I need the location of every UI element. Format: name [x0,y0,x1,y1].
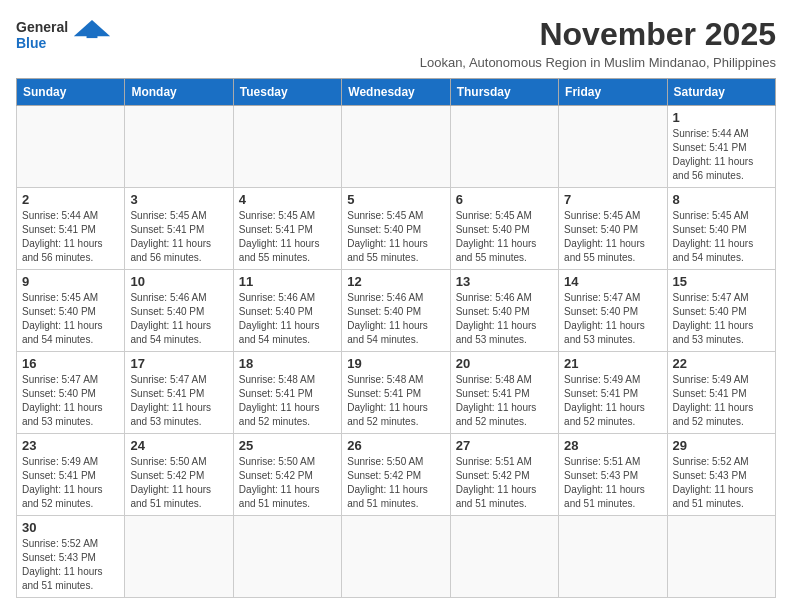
day-info: Sunrise: 5:45 AM Sunset: 5:41 PM Dayligh… [239,209,336,265]
calendar-cell: 11Sunrise: 5:46 AM Sunset: 5:40 PM Dayli… [233,270,341,352]
calendar-week-2: 2Sunrise: 5:44 AM Sunset: 5:41 PM Daylig… [17,188,776,270]
day-info: Sunrise: 5:48 AM Sunset: 5:41 PM Dayligh… [239,373,336,429]
day-number: 8 [673,192,770,207]
calendar-cell: 1Sunrise: 5:44 AM Sunset: 5:41 PM Daylig… [667,106,775,188]
day-number: 18 [239,356,336,371]
calendar-cell [667,516,775,598]
calendar-cell: 2Sunrise: 5:44 AM Sunset: 5:41 PM Daylig… [17,188,125,270]
day-info: Sunrise: 5:45 AM Sunset: 5:41 PM Dayligh… [130,209,227,265]
calendar-cell: 16Sunrise: 5:47 AM Sunset: 5:40 PM Dayli… [17,352,125,434]
calendar-cell: 26Sunrise: 5:50 AM Sunset: 5:42 PM Dayli… [342,434,450,516]
calendar-cell: 18Sunrise: 5:48 AM Sunset: 5:41 PM Dayli… [233,352,341,434]
day-info: Sunrise: 5:48 AM Sunset: 5:41 PM Dayligh… [456,373,553,429]
calendar-cell: 20Sunrise: 5:48 AM Sunset: 5:41 PM Dayli… [450,352,558,434]
calendar-week-6: 30Sunrise: 5:52 AM Sunset: 5:43 PM Dayli… [17,516,776,598]
weekday-header-thursday: Thursday [450,79,558,106]
logo-icon [72,18,112,40]
day-info: Sunrise: 5:49 AM Sunset: 5:41 PM Dayligh… [564,373,661,429]
calendar-cell: 29Sunrise: 5:52 AM Sunset: 5:43 PM Dayli… [667,434,775,516]
calendar-cell [559,106,667,188]
day-info: Sunrise: 5:52 AM Sunset: 5:43 PM Dayligh… [673,455,770,511]
day-info: Sunrise: 5:50 AM Sunset: 5:42 PM Dayligh… [130,455,227,511]
calendar-cell: 6Sunrise: 5:45 AM Sunset: 5:40 PM Daylig… [450,188,558,270]
calendar-cell: 8Sunrise: 5:45 AM Sunset: 5:40 PM Daylig… [667,188,775,270]
day-info: Sunrise: 5:46 AM Sunset: 5:40 PM Dayligh… [347,291,444,347]
calendar-cell: 24Sunrise: 5:50 AM Sunset: 5:42 PM Dayli… [125,434,233,516]
calendar-cell: 27Sunrise: 5:51 AM Sunset: 5:42 PM Dayli… [450,434,558,516]
day-number: 11 [239,274,336,289]
calendar-cell [450,516,558,598]
title-section: November 2025 Lookan, Autonomous Region … [420,16,776,70]
day-info: Sunrise: 5:51 AM Sunset: 5:42 PM Dayligh… [456,455,553,511]
calendar-cell: 23Sunrise: 5:49 AM Sunset: 5:41 PM Dayli… [17,434,125,516]
day-info: Sunrise: 5:45 AM Sunset: 5:40 PM Dayligh… [456,209,553,265]
calendar-cell: 28Sunrise: 5:51 AM Sunset: 5:43 PM Dayli… [559,434,667,516]
day-number: 15 [673,274,770,289]
day-number: 26 [347,438,444,453]
day-number: 5 [347,192,444,207]
day-number: 23 [22,438,119,453]
calendar-cell [233,516,341,598]
day-number: 25 [239,438,336,453]
day-number: 22 [673,356,770,371]
calendar-cell: 5Sunrise: 5:45 AM Sunset: 5:40 PM Daylig… [342,188,450,270]
day-number: 28 [564,438,661,453]
calendar-cell: 7Sunrise: 5:45 AM Sunset: 5:40 PM Daylig… [559,188,667,270]
calendar-cell: 30Sunrise: 5:52 AM Sunset: 5:43 PM Dayli… [17,516,125,598]
calendar-week-4: 16Sunrise: 5:47 AM Sunset: 5:40 PM Dayli… [17,352,776,434]
calendar-cell: 3Sunrise: 5:45 AM Sunset: 5:41 PM Daylig… [125,188,233,270]
day-number: 29 [673,438,770,453]
location-subtitle: Lookan, Autonomous Region in Muslim Mind… [420,55,776,70]
day-number: 20 [456,356,553,371]
day-info: Sunrise: 5:47 AM Sunset: 5:41 PM Dayligh… [130,373,227,429]
calendar-cell: 13Sunrise: 5:46 AM Sunset: 5:40 PM Dayli… [450,270,558,352]
day-number: 16 [22,356,119,371]
day-info: Sunrise: 5:51 AM Sunset: 5:43 PM Dayligh… [564,455,661,511]
day-number: 24 [130,438,227,453]
page-header: General Blue November 2025 Lookan, Auton… [16,16,776,70]
day-info: Sunrise: 5:45 AM Sunset: 5:40 PM Dayligh… [22,291,119,347]
calendar-cell: 25Sunrise: 5:50 AM Sunset: 5:42 PM Dayli… [233,434,341,516]
calendar-cell [342,106,450,188]
day-info: Sunrise: 5:46 AM Sunset: 5:40 PM Dayligh… [239,291,336,347]
day-number: 21 [564,356,661,371]
calendar-cell [17,106,125,188]
calendar-week-1: 1Sunrise: 5:44 AM Sunset: 5:41 PM Daylig… [17,106,776,188]
calendar-body: 1Sunrise: 5:44 AM Sunset: 5:41 PM Daylig… [17,106,776,598]
calendar-cell: 10Sunrise: 5:46 AM Sunset: 5:40 PM Dayli… [125,270,233,352]
calendar-cell: 19Sunrise: 5:48 AM Sunset: 5:41 PM Dayli… [342,352,450,434]
day-info: Sunrise: 5:46 AM Sunset: 5:40 PM Dayligh… [456,291,553,347]
day-number: 10 [130,274,227,289]
day-number: 19 [347,356,444,371]
svg-rect-1 [87,29,98,38]
day-number: 12 [347,274,444,289]
day-info: Sunrise: 5:47 AM Sunset: 5:40 PM Dayligh… [22,373,119,429]
logo-blue: Blue [16,36,46,51]
day-info: Sunrise: 5:44 AM Sunset: 5:41 PM Dayligh… [673,127,770,183]
day-info: Sunrise: 5:46 AM Sunset: 5:40 PM Dayligh… [130,291,227,347]
day-info: Sunrise: 5:45 AM Sunset: 5:40 PM Dayligh… [673,209,770,265]
weekday-header-wednesday: Wednesday [342,79,450,106]
logo-general: General [16,20,68,35]
day-number: 27 [456,438,553,453]
calendar-cell: 15Sunrise: 5:47 AM Sunset: 5:40 PM Dayli… [667,270,775,352]
day-info: Sunrise: 5:49 AM Sunset: 5:41 PM Dayligh… [22,455,119,511]
weekday-header-monday: Monday [125,79,233,106]
weekday-header-sunday: Sunday [17,79,125,106]
day-number: 4 [239,192,336,207]
calendar-cell: 9Sunrise: 5:45 AM Sunset: 5:40 PM Daylig… [17,270,125,352]
day-number: 9 [22,274,119,289]
calendar-cell: 22Sunrise: 5:49 AM Sunset: 5:41 PM Dayli… [667,352,775,434]
calendar-cell [233,106,341,188]
day-number: 1 [673,110,770,125]
day-info: Sunrise: 5:50 AM Sunset: 5:42 PM Dayligh… [239,455,336,511]
weekday-header-tuesday: Tuesday [233,79,341,106]
day-number: 7 [564,192,661,207]
day-info: Sunrise: 5:50 AM Sunset: 5:42 PM Dayligh… [347,455,444,511]
weekday-header-saturday: Saturday [667,79,775,106]
day-info: Sunrise: 5:47 AM Sunset: 5:40 PM Dayligh… [564,291,661,347]
day-number: 13 [456,274,553,289]
day-info: Sunrise: 5:48 AM Sunset: 5:41 PM Dayligh… [347,373,444,429]
day-number: 14 [564,274,661,289]
calendar-cell [125,516,233,598]
